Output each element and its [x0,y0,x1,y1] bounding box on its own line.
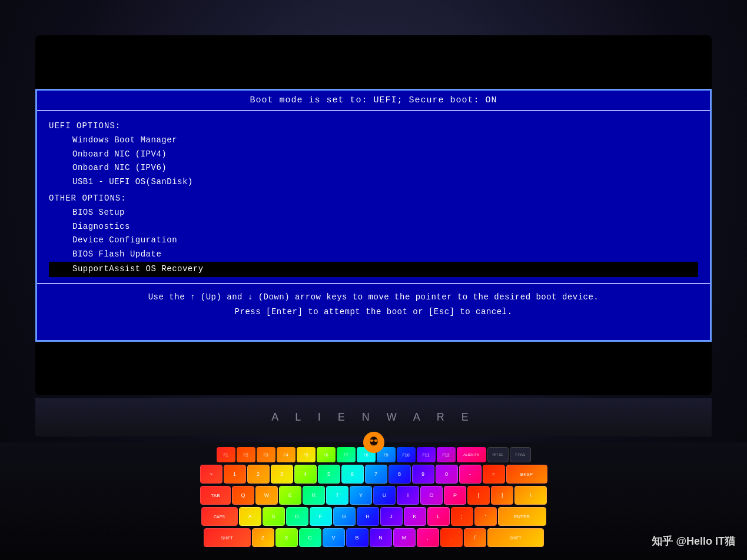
key-5[interactable]: 5 [318,465,340,484]
uefi-options-header: UEFI OPTIONS: [49,119,698,134]
key-m[interactable]: M [393,528,416,547]
other-item-1[interactable]: BIOS Setup [49,206,698,220]
key-caps[interactable]: CAPS [201,507,238,526]
uefi-item-3[interactable]: Onboard NIC (IPV6) [49,161,698,175]
key-comma[interactable]: , [417,528,439,547]
key-h[interactable]: H [357,507,379,526]
key-f[interactable]: F [310,507,332,526]
key-f11[interactable]: F11 [417,447,436,462]
alien-head-logo [363,432,384,453]
key-b[interactable]: B [346,528,368,547]
alienware-brand-text: A L I E N W A R E [271,411,475,424]
bios-footer-line1: Use the (Up) and (Down) arrow keys to mo… [47,290,700,305]
bios-body: UEFI OPTIONS: Windows Boot Manager Onboa… [37,111,710,283]
bios-footer: Use the (Up) and (Down) arrow keys to mo… [37,283,710,325]
keyboard-area: F1 F2 F3 F4 F5 F6 F7 F8 F9 F10 F11 F12 A… [0,442,747,560]
key-q[interactable]: Q [232,486,254,505]
key-rbracket[interactable]: ] [491,486,513,505]
key-p[interactable]: P [444,486,466,505]
key-semicolon[interactable]: ; [451,507,473,526]
key-f12[interactable]: F12 [437,447,456,462]
svg-point-1 [370,439,373,442]
key-d[interactable]: D [286,507,308,526]
other-item-2[interactable]: Diagnostics [49,220,698,234]
keyboard-row-zxcv: SHIFT Z X C V B N M , . / SHIFT [0,528,747,547]
alien-icon [367,436,380,449]
key-f1[interactable]: F1 [217,447,235,462]
svg-point-2 [374,439,377,442]
key-prtsc[interactable]: PRT SC [487,447,509,462]
key-lshift[interactable]: SHIFT [204,528,251,547]
laptop-screen-area: Boot mode is set to: UEFI; Secure boot: … [35,35,712,395]
key-equals[interactable]: = [483,465,505,484]
key-l[interactable]: L [427,507,450,526]
key-i[interactable]: I [397,486,419,505]
keyboard-row-numbers: ~ 1 2 3 4 5 6 7 8 9 0 - = BKSP [0,465,747,484]
key-minus[interactable]: - [459,465,482,484]
key-f7[interactable]: F7 [337,447,356,462]
bios-screen: Boot mode is set to: UEFI; Secure boot: … [35,89,712,342]
watermark: 知乎 @Hello IT猫 [652,534,735,548]
keyboard: F1 F2 F3 F4 F5 F6 F7 F8 F9 F10 F11 F12 A… [0,442,747,548]
key-lbracket[interactable]: [ [467,486,490,505]
key-6[interactable]: 6 [341,465,364,484]
key-n[interactable]: N [370,528,392,547]
key-f2[interactable]: F2 [237,447,255,462]
key-v[interactable]: V [323,528,345,547]
key-tpad[interactable]: T-PAD [510,447,531,462]
key-9[interactable]: 9 [412,465,434,484]
bios-footer-line2: Press [Enter] to attempt the boot or [Es… [47,305,700,319]
key-y[interactable]: Y [350,486,372,505]
key-x[interactable]: X [275,528,298,547]
other-options-header: OTHER OPTIONS: [49,192,698,206]
key-1[interactable]: 1 [224,465,246,484]
laptop-bottom-bezel: A L I E N W A R E [35,398,712,436]
key-u[interactable]: U [373,486,396,505]
uefi-item-1[interactable]: Windows Boot Manager [49,134,698,148]
key-a[interactable]: A [239,507,261,526]
key-3[interactable]: 3 [271,465,293,484]
key-alienfw[interactable]: ALIEN FX [457,447,486,462]
bios-title-bar: Boot mode is set to: UEFI; Secure boot: … [37,91,710,111]
key-0[interactable]: 0 [436,465,458,484]
key-f6[interactable]: F6 [317,447,336,462]
key-k[interactable]: K [404,507,426,526]
key-tab[interactable]: TAB [200,486,231,505]
key-o[interactable]: O [420,486,443,505]
key-g[interactable]: G [333,507,356,526]
key-f5[interactable]: F5 [297,447,316,462]
key-2[interactable]: 2 [247,465,270,484]
other-item-3[interactable]: Device Configuration [49,234,698,248]
key-backspace[interactable]: BKSP [506,465,547,484]
key-4[interactable]: 4 [294,465,317,484]
key-s[interactable]: S [263,507,285,526]
key-r[interactable]: R [303,486,325,505]
key-e[interactable]: E [279,486,301,505]
key-f3[interactable]: F3 [257,447,275,462]
key-slash[interactable]: / [464,528,486,547]
key-tilde[interactable]: ~ [200,465,223,484]
key-8[interactable]: 8 [389,465,411,484]
key-f4[interactable]: F4 [277,447,296,462]
other-item-4[interactable]: BIOS Flash Update [49,248,698,262]
key-f10[interactable]: F10 [397,447,416,462]
keyboard-row-asdf: CAPS A S D F G H J K L ; ' ENTER [0,507,747,526]
other-item-5-selected[interactable]: SupportAssist OS Recovery [49,262,698,277]
keyboard-row-qwerty: TAB Q W E R T Y U I O P [ ] \ [0,486,747,505]
uefi-item-2[interactable]: Onboard NIC (IPV4) [49,148,698,162]
key-z[interactable]: Z [252,528,274,547]
key-enter[interactable]: ENTER [498,507,546,526]
watermark-text: 知乎 @Hello IT猫 [652,535,735,547]
key-rshift[interactable]: SHIFT [487,528,544,547]
key-period[interactable]: . [440,528,463,547]
key-backslash[interactable]: \ [514,486,547,505]
key-w[interactable]: W [255,486,278,505]
uefi-item-4[interactable]: USB1 - UEFI OS(SanDisk) [49,175,698,189]
bios-title-text: Boot mode is set to: UEFI; Secure boot: … [250,95,497,105]
key-j[interactable]: J [380,507,403,526]
key-c[interactable]: C [299,528,321,547]
key-7[interactable]: 7 [365,465,387,484]
key-quote[interactable]: ' [474,507,497,526]
key-t[interactable]: T [326,486,348,505]
